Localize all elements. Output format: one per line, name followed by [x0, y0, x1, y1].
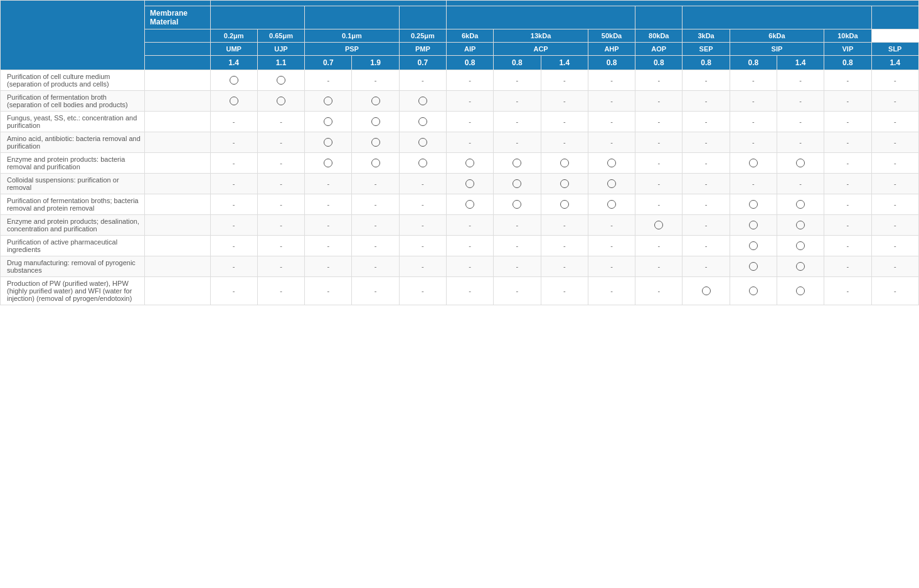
circle-icon	[465, 179, 474, 188]
circle-icon	[796, 221, 805, 229]
membrane-type-label	[145, 1, 211, 6]
ps-extra	[871, 6, 918, 29]
data-cell: -	[210, 215, 257, 236]
inner-diameter-label	[145, 56, 211, 70]
data-cell: -	[871, 70, 918, 91]
app-cell: Purification of fermentation broths; bac…	[1, 194, 145, 215]
data-cell	[777, 256, 824, 277]
data-cell: -	[399, 194, 446, 215]
app-cell: Colloidal suspensions: purification or r…	[1, 174, 145, 194]
data-cell: -	[210, 256, 257, 277]
pe-extra	[399, 6, 446, 29]
pan-header	[447, 6, 635, 29]
circle-icon	[371, 97, 380, 105]
table-body: Purification of cell culture medium (sep…	[1, 70, 919, 305]
data-cell: -	[730, 112, 777, 132]
id-0.8e: 0.8	[683, 56, 730, 70]
circle-icon	[230, 97, 238, 105]
circle-icon	[324, 159, 332, 167]
app-cell: Purification of active pharmaceutical in…	[1, 236, 145, 256]
data-cell: -	[399, 236, 446, 256]
pore-13kda: 13kDa	[494, 29, 588, 43]
pt-vip: VIP	[824, 43, 871, 56]
circle-icon	[796, 262, 805, 271]
table-row: Colloidal suspensions: purification or r…	[1, 174, 919, 194]
data-cell: -	[305, 70, 352, 91]
data-cell: -	[824, 236, 871, 256]
data-cell: -	[635, 194, 683, 215]
data-cell: -	[399, 174, 446, 194]
data-cell: -	[683, 153, 730, 174]
app-cell: Enzyme and protein products; desalinatio…	[1, 215, 145, 236]
data-cell	[447, 194, 494, 215]
empty-label-cell	[145, 112, 211, 132]
data-cell	[541, 153, 588, 174]
circle-icon	[418, 159, 427, 167]
data-cell	[730, 153, 777, 174]
data-cell: -	[683, 215, 730, 236]
circle-icon	[371, 138, 380, 147]
pore-6kda-ps: 6kDa	[730, 29, 824, 43]
pore-6kda: 6kDa	[447, 29, 494, 43]
data-cell: -	[871, 236, 918, 256]
circle-icon	[465, 159, 474, 167]
id-1.4d: 1.4	[871, 56, 918, 70]
data-cell	[777, 194, 824, 215]
header-row-membrane-type	[1, 1, 919, 6]
data-cell: -	[871, 174, 918, 194]
data-cell	[257, 91, 304, 112]
data-cell	[352, 112, 399, 132]
data-cell: -	[541, 91, 588, 112]
data-cell: -	[210, 153, 257, 174]
data-cell: -	[824, 174, 871, 194]
data-cell: -	[447, 91, 494, 112]
data-cell: -	[871, 132, 918, 153]
data-cell: -	[257, 194, 304, 215]
data-cell: -	[210, 174, 257, 194]
circle-icon	[418, 138, 427, 147]
data-cell	[399, 132, 446, 153]
id-0.8g: 0.8	[824, 56, 871, 70]
circle-icon	[796, 159, 805, 167]
pt-ujp: UJP	[257, 43, 304, 56]
data-cell: -	[683, 91, 730, 112]
data-cell: -	[494, 256, 541, 277]
data-cell	[588, 194, 635, 215]
pore-80kda: 80kDa	[635, 29, 683, 43]
circle-icon	[513, 200, 521, 209]
membrane-material-label: MembraneMaterial	[145, 6, 211, 29]
circle-icon	[749, 200, 758, 209]
data-cell: -	[447, 256, 494, 277]
pore-10kda: 10kDa	[824, 29, 871, 43]
app-cell: Fungus, yeast, SS, etc.: concentration a…	[1, 112, 145, 132]
data-cell: -	[494, 132, 541, 153]
data-cell: -	[257, 256, 304, 277]
pt-ump: UMP	[210, 43, 257, 56]
data-cell: -	[447, 215, 494, 236]
data-cell: -	[494, 91, 541, 112]
circle-icon	[513, 179, 521, 188]
circle-icon	[749, 221, 758, 229]
product-type-label	[145, 43, 211, 56]
data-cell: -	[777, 112, 824, 132]
circle-icon	[607, 179, 616, 188]
app-cell: Drug manufacturing: removal of pyrogenic…	[1, 256, 145, 277]
data-cell: -	[871, 153, 918, 174]
data-cell: -	[683, 174, 730, 194]
data-cell: -	[447, 132, 494, 153]
data-cell	[305, 112, 352, 132]
app-cell: Enzyme and protein products: bacteria re…	[1, 153, 145, 174]
app-cell: Amino acid, antibiotic: bacteria removal…	[1, 132, 145, 153]
data-cell	[541, 174, 588, 194]
circle-icon	[607, 159, 616, 167]
pt-psp: PSP	[305, 43, 400, 56]
circle-icon	[560, 159, 569, 167]
empty-label-cell	[145, 236, 211, 256]
empty-label-cell	[145, 194, 211, 215]
data-cell: -	[730, 132, 777, 153]
data-cell: -	[399, 277, 446, 305]
data-cell: -	[541, 112, 588, 132]
main-table-wrapper: MembraneMaterial 0.2μm 0.65μm 0.1μm 0.25…	[0, 0, 919, 305]
data-cell: -	[257, 153, 304, 174]
data-cell: -	[635, 112, 683, 132]
